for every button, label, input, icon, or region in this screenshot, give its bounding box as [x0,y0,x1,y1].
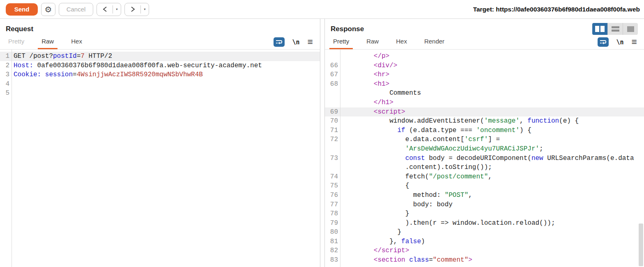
code-row: 77 body: body [325,200,644,210]
code-text: <h1> [338,80,389,89]
code-text: body: body [338,200,453,210]
line-number: 69 [325,107,338,117]
layout-rows-icon[interactable] [607,23,623,35]
code-text: <hr> [338,70,389,80]
response-panel: Response PrettyRawHexRender \n ≡ </p>66 … [324,19,644,267]
line-number: 66 [325,61,338,71]
tab-response-hex[interactable]: Hex [392,38,411,49]
forward-dropdown-arrow[interactable]: ▼ [141,3,149,16]
code-row: 74 fetch("/post/comment", [325,172,644,182]
layout-columns-icon[interactable] [592,23,607,35]
code-row: 75 { [325,181,644,191]
editor-menu-icon[interactable]: ≡ [632,38,637,46]
code-row: 71 if (e.data.type === 'oncomment') { [325,126,644,135]
code-row[interactable]: 2Host: 0afe00360376b6f980d1daea008f00fa.… [0,61,320,71]
back-dropdown-arrow[interactable]: ▼ [113,3,121,16]
word-wrap-icon[interactable] [274,37,285,47]
code-row: 72 e.data.content['csrf'] = [325,135,644,144]
code-text: </script> [338,246,409,256]
code-text: Host: 0afe00360376b6f980d1daea008f00fa.w… [9,61,262,71]
send-settings-button[interactable]: ⚙ [41,3,55,16]
editor-menu-icon[interactable]: ≡ [308,38,313,46]
line-number: 76 [325,191,338,200]
code-row: </h1> [325,98,644,107]
code-text: if (e.data.type === 'oncomment') { [338,126,531,135]
tab-response-pretty[interactable]: Pretty [329,38,353,49]
show-newlines-icon[interactable]: \n [292,39,300,46]
gear-icon: ⚙ [45,5,52,14]
code-row: 82 </script> [325,246,644,256]
line-number: 2 [0,61,9,71]
history-back-button[interactable]: ▼ [97,3,121,16]
code-row: 'ArsDeWdWGAoczUdiwc4yu7URACiJSPJr'; [325,144,644,154]
code-text: </h1> [338,98,393,107]
line-number [325,89,338,98]
code-row[interactable]: 1GET /post?postId=7 HTTP/2 [0,52,320,61]
editor-split: Request PrettyRawHex \n ≡ 1GET /post?pos… [0,19,644,267]
response-scrollbar-thumb[interactable] [639,224,643,266]
request-panel: Request PrettyRawHex \n ≡ 1GET /post?pos… [0,19,320,267]
line-number [325,163,338,172]
code-row: 76 method: "POST", [325,191,644,200]
code-row: 78 } [325,209,644,219]
request-code[interactable]: 1GET /post?postId=7 HTTP/22Host: 0afe003… [0,50,320,267]
tab-response-raw[interactable]: Raw [363,38,382,49]
code-text: </p> [338,52,389,61]
code-text: }, false) [338,237,425,246]
forward-icon[interactable] [125,3,140,16]
code-text: GET /post?postId=7 HTTP/2 [9,52,112,61]
line-number [325,98,338,107]
code-text: <div/> [338,61,397,71]
code-text: <section class="comment"> [338,256,472,265]
request-title: Request [0,19,320,33]
code-text: Cookie: session=4WsinjjwAczIWS8R5920mqwN… [9,70,203,80]
line-number: 70 [325,116,338,126]
history-forward-button[interactable]: ▼ [124,3,149,16]
tab-request-raw[interactable]: Raw [38,38,58,49]
code-row: 69 <script> [325,107,644,117]
line-number: 5 [0,89,9,98]
line-number: 81 [325,237,338,246]
back-icon[interactable] [97,3,113,16]
code-text: fetch("/post/comment", [338,172,492,182]
panel-gutter[interactable] [320,19,324,267]
toolbar: Send ⚙ Cancel ▼ ▼ Target: https://0afe00… [0,0,644,19]
line-number: 83 [325,256,338,265]
code-row: 73 const body = decodeURIComponent(new U… [325,154,644,163]
code-row: 67 <hr> [325,70,644,80]
code-row[interactable]: 4 [0,80,320,89]
code-text: 'ArsDeWdWGAoczUdiwc4yu7URACiJSPJr'; [338,144,543,154]
code-row[interactable]: 5 [0,89,320,98]
request-editor-icons: \n ≡ [274,37,320,49]
line-number-divider [12,50,12,267]
tab-request-pretty[interactable]: Pretty [5,38,28,49]
line-number: 82 [325,246,338,256]
tab-request-hex[interactable]: Hex [67,38,86,49]
line-number: 67 [325,70,338,80]
code-text: <script> [338,107,405,117]
line-number: 80 [325,228,338,237]
line-number: 3 [0,70,9,80]
code-text: { [338,181,409,191]
response-code[interactable]: </p>66 <div/>67 <hr>68 <h1> Comments </h… [325,50,644,267]
target-label: Target: https://0afe00360376b6f980d1daea… [473,6,640,13]
code-text: Comments [338,89,421,98]
code-text: ).then(r => window.location.reload()); [338,219,555,228]
line-number: 75 [325,181,338,191]
word-wrap-icon[interactable] [598,37,609,47]
tab-response-render[interactable]: Render [421,38,448,49]
line-number: 4 [0,80,9,89]
line-number-divider [340,50,340,267]
code-text: const body = decodeURIComponent(new URLS… [338,154,634,163]
code-row[interactable]: 3Cookie: session=4WsinjjwAczIWS8R5920mqw… [0,70,320,80]
cancel-button[interactable]: Cancel [59,3,93,16]
code-text: e.data.content['csrf'] = [338,135,500,144]
code-text: } [338,228,401,237]
code-row: 70 window.addEventListener('message', fu… [325,116,644,126]
code-row: 68 <h1> [325,80,644,89]
layout-single-icon[interactable] [623,23,638,35]
show-newlines-icon[interactable]: \n [616,39,624,46]
line-number: 1 [0,52,9,61]
line-number [325,144,338,154]
send-button[interactable]: Send [6,3,38,16]
